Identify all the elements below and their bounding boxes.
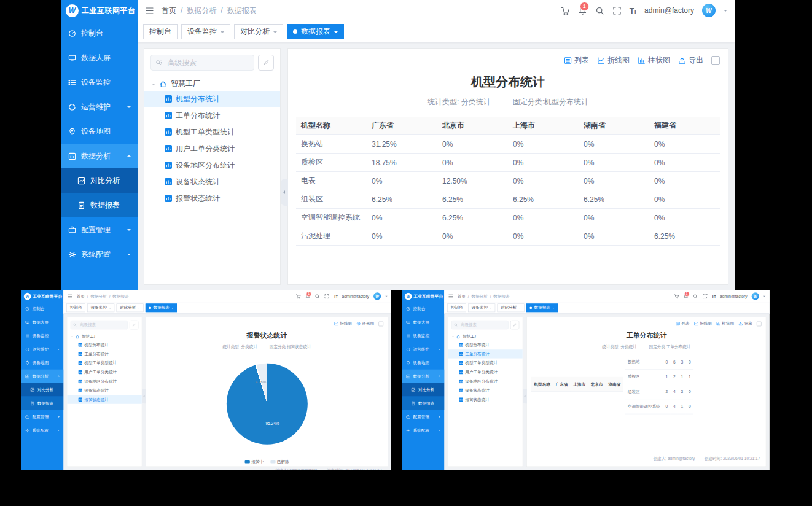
tree-root[interactable]: 智慧工厂	[451, 333, 520, 339]
notification-bell[interactable]: 1	[305, 294, 310, 298]
edit-report-button[interactable]	[258, 55, 274, 71]
menu-fold-icon[interactable]	[145, 6, 154, 15]
search-input[interactable]	[79, 322, 125, 328]
sidebar-item-data-analysis[interactable]: 数据分析	[402, 370, 444, 383]
edit-report-button[interactable]	[510, 321, 519, 329]
sidebar-item-system-config[interactable]: 系统配置	[61, 242, 138, 267]
search-icon[interactable]	[314, 294, 319, 298]
collapse-tree-handle[interactable]	[142, 389, 146, 403]
sidebar-subitem-data-report[interactable]: 数据报表	[21, 397, 63, 410]
tree-item-user-workorder-category[interactable]: 用户工单分类统计	[448, 368, 523, 376]
tree-expand-caret-icon[interactable]	[71, 337, 73, 338]
tab-caret-icon[interactable]	[519, 308, 521, 309]
tree-item-model-workorder-type[interactable]: 机型工单类型统计	[448, 359, 523, 367]
tree-item-model-distribution[interactable]: 机型分布统计	[67, 340, 142, 349]
tab-caret-icon[interactable]	[109, 308, 111, 309]
sidebar-item-device-map[interactable]: 设备地图	[61, 119, 138, 144]
tab-console[interactable]: 控制台	[143, 24, 178, 39]
sidebar-item-data-screen[interactable]: 数据大屏	[61, 45, 138, 70]
tree-item-model-workorder-type[interactable]: 机型工单类型统计	[67, 359, 142, 367]
tab-data-report[interactable]: 数据报表	[526, 303, 558, 312]
tree-item-device-status[interactable]: 设备状态统计	[144, 174, 280, 190]
sidebar-subitem-compare-analysis[interactable]: 对比分析	[402, 383, 444, 397]
tree-item-workorder-distribution[interactable]: 工单分布统计	[67, 349, 142, 358]
sidebar-item-console[interactable]: 控制台	[402, 302, 444, 316]
collapse-tree-handle[interactable]	[281, 179, 288, 206]
tree-item-user-workorder-category[interactable]: 用户工单分类统计	[144, 141, 280, 157]
sidebar-item-ops-maintenance[interactable]: 运营维护	[402, 343, 444, 356]
layout-toggle-checkbox[interactable]	[711, 56, 720, 65]
tab-data-report[interactable]: 数据报表	[146, 303, 177, 312]
tree-item-model-distribution[interactable]: 机型分布统计	[144, 91, 280, 107]
view-list-button[interactable]: 列表	[676, 321, 690, 327]
sidebar-item-device-map[interactable]: 设备地图	[402, 356, 444, 370]
breadcrumb-level1[interactable]: 数据分析	[471, 294, 487, 299]
tab-device-monitor[interactable]: 设备监控	[181, 24, 230, 39]
avatar[interactable]: W	[702, 4, 716, 17]
breadcrumb-level1[interactable]: 数据分析	[187, 6, 216, 16]
sidebar-item-device-map[interactable]: 设备地图	[21, 356, 63, 370]
cart-icon[interactable]	[561, 6, 570, 15]
sidebar-item-system-config[interactable]: 系统配置	[402, 424, 444, 437]
tab-device-monitor[interactable]: 设备监控	[87, 303, 114, 312]
tree-root[interactable]: 智慧工厂	[71, 333, 139, 339]
sidebar-item-device-monitor[interactable]: 设备监控	[21, 329, 63, 343]
sidebar-subitem-compare-analysis[interactable]: 对比分析	[61, 168, 138, 193]
tab-compare-analysis[interactable]: 对比分析	[117, 303, 144, 312]
avatar[interactable]: W	[752, 292, 759, 300]
view-list-button[interactable]: 列表	[564, 55, 589, 66]
breadcrumb-home[interactable]: 首页	[77, 294, 85, 299]
user-menu-caret-icon[interactable]	[763, 296, 765, 298]
sidebar-subitem-data-report[interactable]: 数据报表	[402, 397, 444, 410]
search-icon[interactable]	[693, 294, 698, 298]
sidebar-item-console[interactable]: 控制台	[61, 21, 138, 45]
breadcrumb-level1[interactable]: 数据分析	[90, 294, 106, 299]
cart-icon[interactable]	[295, 294, 300, 298]
font-size-icon[interactable]: TT	[630, 6, 636, 15]
search-input[interactable]	[460, 322, 506, 328]
fullscreen-icon[interactable]	[324, 294, 329, 298]
tab-compare-analysis[interactable]: 对比分析	[234, 24, 283, 39]
view-ring-chart-button[interactable]: 环形图	[356, 321, 374, 327]
sidebar-item-data-analysis[interactable]: 数据分析	[61, 144, 138, 168]
view-bar-chart-button[interactable]: 柱状图	[638, 55, 670, 66]
breadcrumb-home[interactable]: 首页	[458, 294, 466, 299]
tab-console[interactable]: 控制台	[447, 303, 466, 312]
alarm-status-pie-chart[interactable]: 95.24% 4.76%	[227, 364, 308, 445]
view-bar-chart-button[interactable]: 柱状图	[716, 321, 734, 327]
tree-item-user-workorder-category[interactable]: 用户工单分类统计	[67, 368, 142, 376]
sidebar-item-device-monitor[interactable]: 设备监控	[402, 329, 444, 343]
breadcrumb-home[interactable]: 首页	[162, 6, 176, 16]
tree-root[interactable]: 智慧工厂	[150, 79, 274, 89]
layout-toggle-checkbox[interactable]	[378, 321, 383, 326]
tab-console[interactable]: 控制台	[66, 303, 85, 312]
view-line-chart-button[interactable]: 折线图	[694, 321, 712, 327]
tree-item-model-workorder-type[interactable]: 机型工单类型统计	[144, 124, 280, 140]
font-size-icon[interactable]: TT	[712, 294, 716, 298]
search-input[interactable]	[166, 58, 249, 68]
tree-item-workorder-distribution[interactable]: 工单分布统计	[448, 349, 523, 358]
user-email[interactable]: admin@factory	[720, 294, 747, 299]
sidebar-item-data-screen[interactable]: 数据大屏	[402, 316, 444, 329]
tree-item-device-status[interactable]: 设备状态统计	[448, 386, 523, 395]
tree-expand-caret-icon[interactable]	[452, 337, 454, 338]
tree-item-alarm-status[interactable]: 报警状态统计	[448, 395, 523, 404]
tab-data-report[interactable]: 数据报表	[287, 24, 344, 39]
tree-item-alarm-status[interactable]: 报警状态统计	[67, 395, 142, 404]
collapse-tree-handle[interactable]	[523, 389, 527, 403]
sidebar-item-ops-maintenance[interactable]: 运营维护	[61, 95, 138, 119]
tab-caret-icon[interactable]	[138, 308, 140, 309]
tree-item-model-distribution[interactable]: 机型分布统计	[448, 340, 523, 349]
view-line-chart-button[interactable]: 折线图	[597, 55, 630, 66]
sidebar-item-config-management[interactable]: 配置管理	[402, 410, 444, 424]
sidebar-item-console[interactable]: 控制台	[21, 302, 63, 316]
tree-item-device-region[interactable]: 设备地区分布统计	[67, 377, 142, 386]
advanced-search-box[interactable]	[451, 321, 509, 329]
tab-caret-icon[interactable]	[221, 31, 224, 35]
advanced-search-box[interactable]	[71, 321, 128, 329]
tab-caret-icon[interactable]	[552, 308, 554, 309]
tree-expand-caret-icon[interactable]	[152, 84, 155, 87]
notification-bell[interactable]: 1	[578, 6, 587, 15]
tab-caret-icon[interactable]	[171, 308, 173, 309]
legend-item-active-alarms[interactable]: 报警中	[244, 459, 264, 464]
